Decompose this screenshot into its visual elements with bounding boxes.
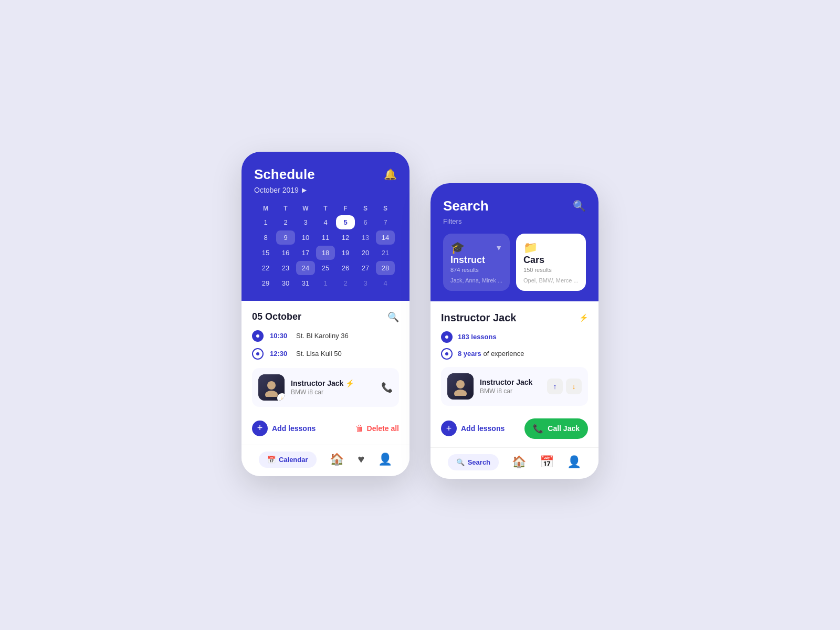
cal-header-T2: T <box>316 203 335 214</box>
cal-day-30[interactable]: 30 <box>276 276 295 290</box>
event-dot-filled <box>252 330 264 342</box>
search-icon[interactable]: 🔍 <box>387 311 399 323</box>
cal-day-27[interactable]: 27 <box>356 261 375 275</box>
cal-day-14[interactable]: 14 <box>376 230 395 245</box>
trash-icon: 🗑 <box>355 424 364 433</box>
schedule-header: Schedule 🔔 October 2019 ▶ M T W T F S S … <box>242 152 410 301</box>
nav-calendar-button[interactable]: 📅 Calendar <box>259 452 317 468</box>
bell-icon[interactable]: 🔔 <box>384 168 397 181</box>
cal-day-12[interactable]: 12 <box>336 230 355 245</box>
instructor-avatar: ↓ <box>258 374 285 401</box>
phone-icon[interactable]: 📞 <box>381 382 393 393</box>
cal-day-5[interactable]: 5 <box>336 215 355 229</box>
search-calendar-icon: 📅 <box>540 455 554 469</box>
cal-day-24[interactable]: 24 <box>296 261 315 275</box>
cal-day-9[interactable]: 9 <box>276 230 295 245</box>
search-instructor-avatar <box>447 373 474 400</box>
cal-day-21[interactable]: 21 <box>376 246 395 260</box>
cal-day-13[interactable]: 13 <box>356 230 375 245</box>
cal-day-28[interactable]: 28 <box>376 261 395 275</box>
nav-home-button[interactable]: 🏠 <box>330 453 344 466</box>
call-icon: 📞 <box>533 424 543 434</box>
filter-card-cars[interactable]: 📁 Cars 150 results Opel, BMW, Merce ... <box>516 234 586 291</box>
event-dot-inner <box>256 334 259 338</box>
up-button[interactable]: ↑ <box>547 379 563 394</box>
delete-all-button[interactable]: 🗑 Delete all <box>355 424 399 433</box>
instructor-main-card: Instructor Jack ⚡ 183 lessons <box>441 312 588 447</box>
cal-day-26[interactable]: 26 <box>336 261 355 275</box>
search-nav-calendar[interactable]: 📅 <box>540 455 554 469</box>
search-action-row: + Add lessons 📞 Call Jack <box>441 413 588 447</box>
cal-day-19[interactable]: 19 <box>336 246 355 260</box>
search-header-icon[interactable]: 🔍 <box>573 200 586 212</box>
filter-card-instructor[interactable]: 🎓 ▼ Instruct 874 results Jack, Anna, Mir… <box>443 234 510 291</box>
nav-profile-button[interactable]: 👤 <box>378 453 392 466</box>
stat-lessons: 183 lessons <box>441 331 588 343</box>
date-header: 05 October 🔍 <box>252 311 399 323</box>
cal-day-6[interactable]: 6 <box>356 215 375 229</box>
bolt-icon: ⚡ <box>345 379 354 387</box>
cal-day-10[interactable]: 10 <box>296 230 315 245</box>
instructor-car: BMW i8 car <box>291 388 375 396</box>
stat-dot-inner-lessons <box>445 335 448 339</box>
cal-day-31[interactable]: 31 <box>296 276 315 290</box>
stat-dot-lessons <box>441 331 453 343</box>
add-lessons-button[interactable]: + Add lessons <box>252 421 316 436</box>
cal-day-nov1[interactable]: 1 <box>316 276 335 290</box>
search-nav-button[interactable]: 🔍 Search <box>448 454 499 470</box>
cal-day-4[interactable]: 4 <box>316 215 335 229</box>
month-row: October 2019 ▶ <box>254 186 397 194</box>
search-header: Search 🔍 Filters 🎓 ▼ Instruct 874 result… <box>430 183 598 301</box>
heart-icon: ♥ <box>358 453 364 466</box>
cal-day-15[interactable]: 15 <box>256 246 275 260</box>
cal-day-1[interactable]: 1 <box>256 215 275 229</box>
cal-day-nov3[interactable]: 3 <box>356 276 375 290</box>
up-down-buttons: ↑ ↓ <box>547 379 582 394</box>
filter-cars-count: 150 results <box>523 267 579 273</box>
calendar-nav-icon: 📅 <box>267 456 276 464</box>
cal-day-8[interactable]: 8 <box>256 230 275 245</box>
search-avatar-image <box>447 373 474 400</box>
search-person-icon: 👤 <box>567 455 581 469</box>
cal-header-W: W <box>296 203 315 214</box>
cal-day-17[interactable]: 17 <box>296 246 315 260</box>
instructor-main-name: Instructor Jack <box>441 312 516 324</box>
nav-heart-button[interactable]: ♥ <box>358 453 364 466</box>
cal-day-29[interactable]: 29 <box>256 276 275 290</box>
search-instructor-name-row: Instructor Jack <box>480 378 541 386</box>
cal-day-nov2[interactable]: 2 <box>336 276 355 290</box>
cal-day-2[interactable]: 2 <box>276 215 295 229</box>
call-jack-button[interactable]: 📞 Call Jack <box>524 418 588 439</box>
home-icon: 🏠 <box>330 453 344 466</box>
search-add-lessons-button[interactable]: + Add lessons <box>441 421 505 436</box>
filter-cards-row: 🎓 ▼ Instruct 874 results Jack, Anna, Mir… <box>443 234 586 291</box>
schedule-body: 05 October 🔍 10:30 St. Bl Karoliny 36 12… <box>242 301 410 445</box>
instructor-detail-card: Instructor Jack BMW i8 car ↑ ↓ <box>441 367 588 406</box>
cal-day-7[interactable]: 7 <box>376 215 395 229</box>
cal-day-16[interactable]: 16 <box>276 246 295 260</box>
down-button[interactable]: ↓ <box>566 379 582 394</box>
search-nav-profile[interactable]: 👤 <box>567 455 581 469</box>
cal-day-25[interactable]: 25 <box>316 261 335 275</box>
filter-instructor-count: 874 results <box>450 267 502 273</box>
instructor-info: Instructor Jack ⚡ BMW i8 car <box>291 379 375 396</box>
delete-all-label: Delete all <box>367 424 399 433</box>
event-location-1: St. Bl Karoliny 36 <box>296 332 349 340</box>
cal-day-22[interactable]: 22 <box>256 261 275 275</box>
search-title: Search <box>443 198 489 214</box>
cal-day-3[interactable]: 3 <box>296 215 315 229</box>
search-nav-home[interactable]: 🏠 <box>512 455 526 469</box>
search-avatar-svg <box>451 377 470 396</box>
cal-day-18[interactable]: 18 <box>316 246 335 260</box>
cal-day-nov4[interactable]: 4 <box>376 276 395 290</box>
search-title-row: Search 🔍 <box>443 198 586 214</box>
date-label: 05 October <box>252 311 301 322</box>
cal-day-11[interactable]: 11 <box>316 230 335 245</box>
folder-icon-cars: 📁 <box>523 241 538 255</box>
search-body: Instructor Jack ⚡ 183 lessons <box>430 301 598 447</box>
cal-day-23[interactable]: 23 <box>276 261 295 275</box>
month-arrow-icon[interactable]: ▶ <box>302 186 307 194</box>
schedule-bottom-nav: 📅 Calendar 🏠 ♥ 👤 <box>242 445 410 476</box>
cal-day-20[interactable]: 20 <box>356 246 375 260</box>
search-instructor-name: Instructor Jack <box>480 378 532 386</box>
